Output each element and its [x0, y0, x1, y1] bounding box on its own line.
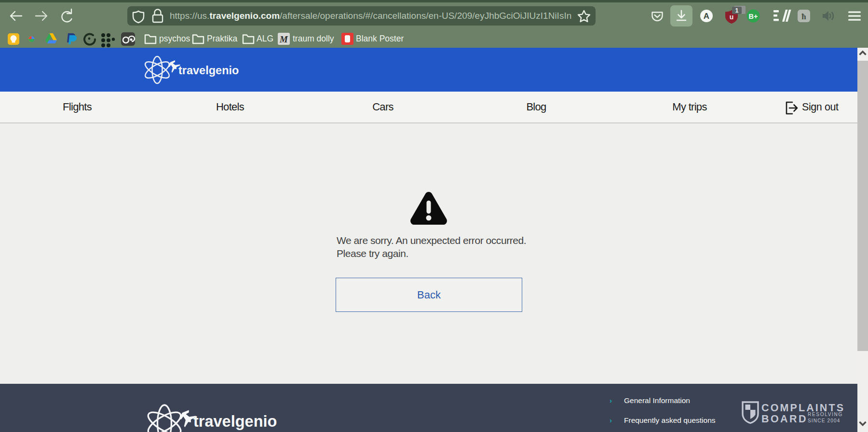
svg-text:1: 1	[735, 7, 739, 14]
svg-text:travelgenio: travelgenio	[178, 64, 239, 77]
svg-text:SINCE 2004: SINCE 2004	[808, 418, 841, 423]
svg-text:ħ: ħ	[801, 12, 806, 21]
svg-text:travelgenio: travelgenio	[193, 413, 277, 430]
svg-text:A: A	[704, 12, 709, 21]
svg-text:u: u	[730, 13, 734, 21]
svg-text:M: M	[279, 34, 288, 44]
svg-text:RESOLVING: RESOLVING	[808, 412, 843, 417]
svg-text:BOARD: BOARD	[761, 413, 808, 425]
svg-text:B+: B+	[749, 13, 758, 20]
